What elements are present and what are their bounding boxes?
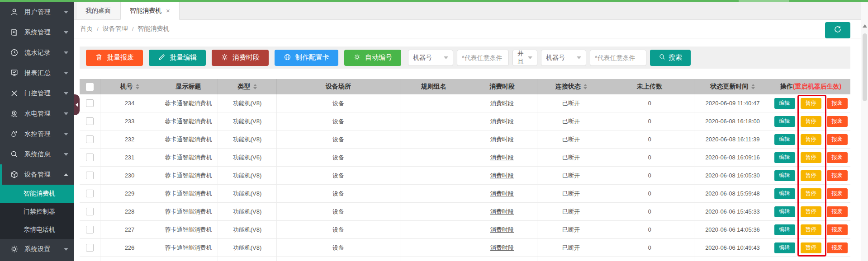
sidebar-item-门控管理[interactable]: 门控管理: [0, 83, 74, 103]
scrap-button[interactable]: 报废: [827, 242, 848, 253]
edit-button[interactable]: 编辑: [774, 98, 795, 109]
row-checkbox[interactable]: [86, 190, 94, 197]
breadcrumb-item-首页[interactable]: 首页: [80, 25, 93, 33]
column-header-连接状态[interactable]: 连接状态: [537, 79, 605, 94]
cell-period-link[interactable]: 消费时段: [490, 244, 514, 252]
toolbar-button-自动编号[interactable]: 自动编号: [344, 50, 401, 66]
cell-period-link[interactable]: 消费时段: [490, 154, 514, 162]
sidebar-item-流水记录[interactable]: 流水记录: [0, 42, 74, 63]
cell-period-link[interactable]: 消费时段: [490, 172, 514, 180]
scrollbar-up-arrow-icon[interactable]: [863, 24, 867, 28]
pause-button[interactable]: 暂停: [801, 224, 821, 235]
refresh-button[interactable]: [825, 22, 850, 38]
conjunction-select[interactable]: 并且: [512, 50, 537, 66]
breadcrumb-item-智能消费机[interactable]: 智能消费机: [138, 25, 169, 33]
edit-button[interactable]: 编辑: [774, 134, 795, 145]
sort-icon[interactable]: [136, 84, 139, 89]
select-all-checkbox[interactable]: [86, 83, 94, 91]
cell-period-link[interactable]: 消费时段: [490, 190, 514, 198]
sidebar-subitem-智能消费机[interactable]: 智能消费机: [0, 185, 74, 203]
toolbar-button-批量编辑[interactable]: 批量编辑: [149, 50, 206, 66]
sidebar-subitem-亲情电话机[interactable]: 亲情电话机: [0, 221, 74, 239]
scrap-button[interactable]: 报废: [827, 188, 848, 199]
sidebar-subitem-门禁控制器[interactable]: 门禁控制器: [0, 203, 74, 221]
sidebar-collapse-handle[interactable]: [74, 94, 80, 115]
edit-button[interactable]: 编辑: [774, 224, 795, 235]
pause-button[interactable]: 暂停: [801, 134, 821, 145]
scrollbar-thumb[interactable]: [863, 33, 867, 101]
sidebar-item-系统信息[interactable]: 系统信息: [0, 144, 74, 164]
sidebar-item-用户管理[interactable]: 用户管理: [0, 2, 74, 22]
pause-button[interactable]: 暂停: [801, 98, 821, 109]
column-header-显示标题[interactable]: 显示标题: [159, 79, 218, 94]
column-header-操作[interactable]: 操作 (重启机器后生效): [771, 79, 850, 94]
scrap-button[interactable]: 报废: [827, 134, 848, 145]
row-checkbox[interactable]: [86, 135, 94, 143]
sidebar-item-设备管理[interactable]: 设备管理: [0, 164, 74, 185]
sidebar-item-报表汇总[interactable]: 报表汇总: [0, 63, 74, 83]
pause-button[interactable]: 暂停: [801, 206, 821, 217]
column-header-规则组名[interactable]: 规则组名: [400, 79, 467, 94]
breadcrumb-item-设备管理[interactable]: 设备管理: [103, 25, 128, 33]
sidebar-item-系统管理[interactable]: 系统管理: [0, 22, 74, 42]
sidebar-item-水控管理[interactable]: 水控管理: [0, 124, 74, 144]
scrap-button[interactable]: 报废: [827, 224, 848, 235]
edit-button[interactable]: 编辑: [774, 188, 795, 199]
sort-icon[interactable]: [583, 84, 587, 89]
machine-no-select-2[interactable]: 机器号: [541, 50, 586, 66]
machine-no-select-1[interactable]: 机器号: [408, 50, 453, 66]
cell-connection-status: 已断开: [537, 203, 605, 220]
tab-智能消费机[interactable]: 智能消费机 ×: [120, 2, 180, 20]
column-header-select-all[interactable]: [80, 79, 100, 94]
column-header-机号[interactable]: 机号: [100, 79, 159, 94]
search-button[interactable]: 搜索: [650, 50, 691, 66]
column-header-状态更新时间[interactable]: 状态更新时间: [694, 79, 771, 94]
toolbar-button-制作配置卡[interactable]: 制作配置卡: [275, 50, 338, 66]
edit-button[interactable]: 编辑: [774, 242, 795, 253]
cell-rule-group: [400, 112, 467, 130]
scrap-button[interactable]: 报废: [827, 152, 848, 163]
toolbar-button-批量报废[interactable]: 批量报废: [86, 50, 143, 66]
sort-icon[interactable]: [253, 84, 257, 89]
gear-icon: [221, 53, 228, 62]
edit-button[interactable]: 编辑: [774, 206, 795, 217]
condition-input-1[interactable]: [457, 50, 509, 66]
edit-button[interactable]: 编辑: [774, 116, 795, 127]
edit-button[interactable]: 编辑: [774, 170, 795, 181]
scrap-button[interactable]: 报废: [827, 170, 848, 181]
pause-button[interactable]: 暂停: [801, 116, 821, 127]
column-header-消费时段[interactable]: 消费时段: [467, 79, 537, 94]
row-checkbox[interactable]: [86, 99, 94, 107]
row-checkbox[interactable]: [86, 208, 94, 215]
tab-我的桌面[interactable]: 我的桌面: [76, 2, 120, 19]
column-header-类型[interactable]: 类型: [218, 79, 277, 94]
cell-period-link[interactable]: 消费时段: [490, 117, 514, 126]
pause-button[interactable]: 暂停: [801, 152, 821, 163]
scrap-button[interactable]: 报废: [827, 116, 848, 127]
scrap-button[interactable]: 报废: [827, 206, 848, 217]
pause-button[interactable]: 暂停: [801, 170, 821, 181]
cell-period-link[interactable]: 消费时段: [490, 99, 514, 107]
cell-period-link[interactable]: 消费时段: [490, 208, 514, 216]
column-header-设备场所[interactable]: 设备场所: [277, 79, 400, 94]
edit-button[interactable]: 编辑: [774, 152, 795, 163]
condition-input-2[interactable]: [590, 50, 646, 66]
scrap-button[interactable]: 报废: [827, 98, 848, 109]
close-icon[interactable]: ×: [166, 7, 170, 14]
sort-icon[interactable]: [751, 84, 755, 89]
sidebar-item-系统设置[interactable]: 系统设置: [0, 239, 74, 259]
row-checkbox[interactable]: [86, 154, 94, 161]
pause-button[interactable]: 暂停: [801, 188, 821, 199]
sidebar-item-水电管理[interactable]: 水电管理: [0, 103, 74, 124]
row-checkbox[interactable]: [86, 226, 94, 233]
column-header-未上传数[interactable]: 未上传数: [605, 79, 694, 94]
cell-period-link[interactable]: 消费时段: [490, 226, 514, 234]
toolbar-button-消费时段[interactable]: 消费时段: [212, 50, 269, 66]
pause-button[interactable]: 暂停: [801, 242, 821, 253]
row-checkbox[interactable]: [86, 244, 94, 252]
vertical-scrollbar[interactable]: [861, 2, 868, 261]
row-checkbox[interactable]: [86, 172, 94, 179]
row-checkbox[interactable]: [86, 117, 94, 125]
cell-period-link[interactable]: 消费时段: [490, 135, 514, 144]
sidebar-item-label: 系统信息: [24, 150, 64, 158]
